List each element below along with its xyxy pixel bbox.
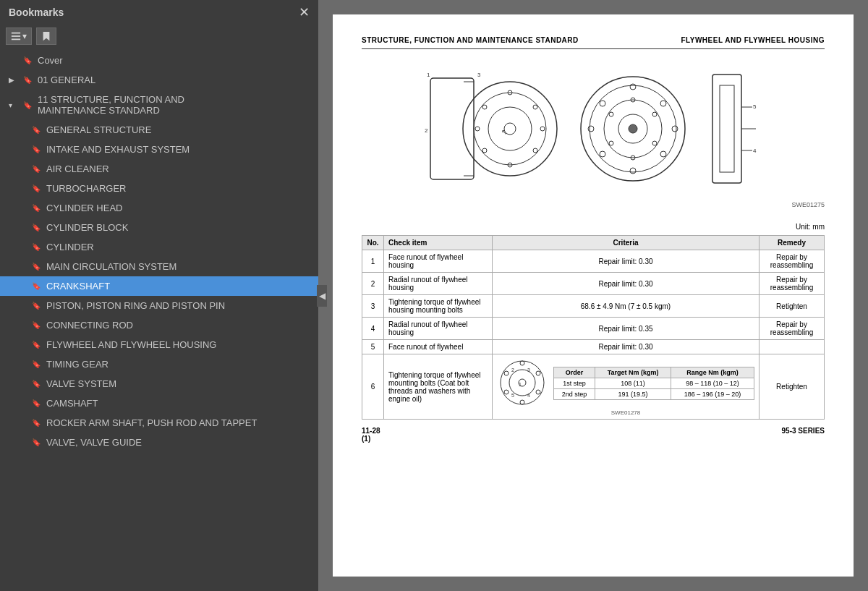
- table-row: 4Radial runout of flywheel housingRepair…: [362, 318, 825, 340]
- expand-arrow-icon: ▾: [9, 101, 19, 109]
- bookmark-icon: 🔖: [23, 56, 33, 64]
- bookmark-icon: 🔖: [32, 419, 42, 427]
- svg-text:2: 2: [511, 367, 514, 373]
- svg-point-55: [504, 390, 509, 394]
- sidebar-item-cylinder[interactable]: 🔖CYLINDER: [0, 237, 318, 257]
- svg-point-53: [536, 390, 540, 394]
- cell-no: 3: [362, 295, 384, 318]
- sidebar-item-label: AIR CLEANER: [46, 163, 312, 174]
- svg-rect-1: [12, 35, 20, 37]
- bookmark-icon: 🔖: [32, 243, 42, 251]
- cell-criteria: 68.6 ± 4.9 Nm (7 ± 0.5 kgm): [493, 295, 760, 318]
- svg-point-40: [609, 112, 613, 116]
- sidebar-item-label: CONNECTING ROD: [46, 320, 312, 331]
- drawing-caption: SWE01275: [362, 201, 825, 208]
- svg-point-56: [504, 371, 509, 375]
- cell-remedy: Retighten: [760, 295, 825, 318]
- cell-check-item: Radial runout of flywheel housing: [384, 273, 493, 295]
- bookmark-icon: 🔖: [32, 263, 42, 271]
- sidebar-item-label: TIMING GEAR: [46, 359, 312, 370]
- table-row: 1Face runout of flywheel housingRepair l…: [362, 250, 825, 273]
- svg-rect-2: [12, 39, 20, 41]
- bookmark-icon: 🔖: [32, 399, 42, 407]
- sidebar-item-camshaft[interactable]: 🔖CAMSHAFT: [0, 394, 318, 413]
- svg-point-49: [509, 370, 535, 396]
- cell-check-item: Face runout of flywheel housing: [384, 250, 493, 273]
- svg-point-16: [475, 127, 480, 131]
- flywheel-right-view: 5 4: [705, 64, 763, 194]
- sidebar-header: Bookmarks ✕: [0, 0, 318, 25]
- cell-remedy: Repair by reassembling: [760, 318, 825, 340]
- sidebar-item-turbocharger[interactable]: 🔖TURBOCHARGER: [0, 179, 318, 198]
- bookmark-icon: 🔖: [32, 224, 42, 231]
- cell-no: 5: [362, 340, 384, 354]
- sidebar-item-crankshaft[interactable]: 🔖CRANKSHAFT: [0, 276, 318, 296]
- sidebar-item-piston[interactable]: 🔖PISTON, PISTON RING AND PISTON PIN: [0, 296, 318, 315]
- bookmark-view-button[interactable]: [36, 27, 56, 45]
- svg-text:1: 1: [427, 72, 430, 78]
- bookmark-icon: 🔖: [32, 165, 42, 173]
- sidebar-item-label: GENERAL STRUCTURE: [46, 124, 312, 135]
- sidebar-item-label: CAMSHAFT: [46, 398, 312, 409]
- sidebar-item-cylinder-block[interactable]: 🔖CYLINDER BLOCK: [0, 218, 318, 237]
- col-header-remedy: Remedy: [760, 236, 825, 250]
- cell-no: 4: [362, 318, 384, 340]
- sidebar-item-main-circulation[interactable]: 🔖MAIN CIRCULATION SYSTEM: [0, 257, 318, 276]
- svg-text:↖: ↖: [501, 128, 507, 136]
- sidebar-item-rocker-arm[interactable]: 🔖ROCKER ARM SHAFT, PUSH ROD AND TAPPET: [0, 413, 318, 433]
- main-content: STRUCTURE, FUNCTION AND MAINTENANCE STAN…: [318, 0, 868, 591]
- svg-point-11: [533, 105, 537, 109]
- dropdown-arrow-icon: ▾: [22, 31, 27, 41]
- sidebar-item-cover[interactable]: 🔖Cover: [0, 51, 318, 70]
- svg-point-51: [520, 361, 524, 365]
- bookmark-icon: 🔖: [32, 302, 42, 310]
- sidebar-item-label: TURBOCHARGER: [46, 183, 312, 194]
- footer-page: 11-28(1): [362, 427, 380, 443]
- sidebar-item-label: VALVE, VALVE GUIDE: [46, 437, 312, 448]
- bookmark-icon: 🔖: [32, 282, 42, 290]
- table-row: 3Tightening torque of flywheel housing m…: [362, 295, 825, 318]
- sidebar-collapse-button[interactable]: ◀: [317, 285, 327, 307]
- expand-arrow-icon: ▶: [9, 76, 19, 84]
- sidebar-item-connecting-rod[interactable]: 🔖CONNECTING ROD: [0, 315, 318, 335]
- svg-point-52: [536, 371, 540, 375]
- sidebar-item-valve-system[interactable]: 🔖VALVE SYSTEM: [0, 374, 318, 394]
- svg-point-32: [600, 151, 605, 157]
- cell-no: 2: [362, 273, 384, 295]
- header-right: FLYWHEEL AND FLYWHEEL HOUSING: [681, 36, 825, 44]
- cell-criteria: Repair limit: 0.30: [493, 250, 760, 273]
- bookmark-list: 🔖Cover▶🔖01 GENERAL▾🔖11 STRUCTURE, FUNCTI…: [0, 51, 318, 591]
- sidebar-item-valve-guide[interactable]: 🔖VALVE, VALVE GUIDE: [0, 433, 318, 452]
- torque-img-caption: SWE01278: [497, 409, 754, 416]
- sidebar-item-label: CRANKSHAFT: [46, 281, 312, 292]
- svg-text:3: 3: [477, 72, 481, 78]
- sidebar-item-air-cleaner[interactable]: 🔖AIR CLEANER: [0, 159, 318, 179]
- svg-point-31: [630, 168, 636, 174]
- unit-label: Unit: mm: [362, 223, 825, 231]
- bookmark-icon: 🔖: [32, 360, 42, 368]
- sidebar-item-timing-gear[interactable]: 🔖TIMING GEAR: [0, 354, 318, 374]
- sidebar-item-label: PISTON, PISTON RING AND PISTON PIN: [46, 300, 312, 311]
- svg-point-39: [609, 141, 613, 145]
- svg-rect-41: [712, 75, 741, 183]
- svg-point-37: [652, 141, 657, 145]
- sidebar-item-general-structure[interactable]: 🔖GENERAL STRUCTURE: [0, 120, 318, 140]
- sidebar-item-structure[interactable]: ▾🔖11 STRUCTURE, FUNCTION AND MAINTENANCE…: [0, 90, 318, 120]
- sidebar-item-flywheel[interactable]: 🔖FLYWHEEL AND FLYWHEEL HOUSING: [0, 335, 318, 354]
- sidebar-item-cylinder-head[interactable]: 🔖CYLINDER HEAD: [0, 198, 318, 218]
- cell-criteria: Repair limit: 0.30: [493, 340, 760, 354]
- sidebar-item-intake[interactable]: 🔖INTAKE AND EXHAUST SYSTEM: [0, 140, 318, 159]
- flywheel-front-view: [575, 64, 691, 194]
- sidebar-item-label: 11 STRUCTURE, FUNCTION AND MAINTENANCE S…: [38, 94, 312, 116]
- list-view-button[interactable]: ▾: [6, 27, 32, 45]
- close-button[interactable]: ✕: [299, 6, 310, 19]
- svg-point-15: [482, 148, 487, 153]
- torque-nested-table: Order Target Nm (kgm) Range Nm (kgm) 1st…: [553, 367, 754, 400]
- sidebar-item-label: CYLINDER: [46, 242, 312, 252]
- sidebar-item-general[interactable]: ▶🔖01 GENERAL: [0, 70, 318, 90]
- sidebar-item-label: FLYWHEEL AND FLYWHEEL HOUSING: [46, 339, 312, 350]
- cell-remedy: [760, 340, 825, 354]
- svg-point-48: [501, 361, 544, 404]
- bookmark-icon: 🔖: [32, 184, 42, 192]
- sidebar-item-label: VALVE SYSTEM: [46, 378, 312, 389]
